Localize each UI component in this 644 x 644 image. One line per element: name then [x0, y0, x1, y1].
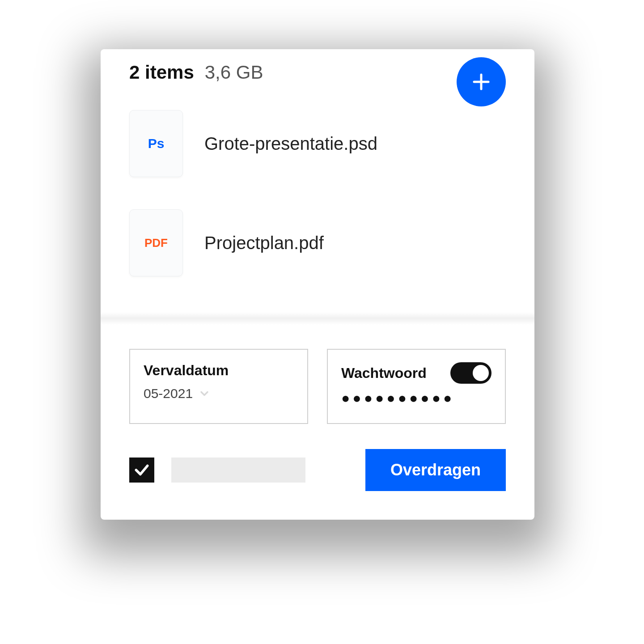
expiry-value: 05-2021	[144, 386, 193, 401]
file-name: Grote-presentatie.psd	[204, 134, 377, 154]
check-icon	[133, 462, 150, 479]
password-masked-value: ●●●●●●●●●●	[341, 391, 454, 405]
panel-header: 2 items 3,6 GB	[101, 49, 534, 83]
placeholder-bar	[171, 458, 305, 483]
total-size: 3,6 GB	[205, 62, 263, 83]
section-divider	[101, 312, 534, 325]
password-label: Wachtwoord	[341, 365, 427, 381]
expiry-label: Vervaldatum	[144, 362, 229, 379]
file-row[interactable]: PDF Projectplan.pdf	[129, 209, 506, 276]
password-toggle[interactable]	[450, 362, 491, 384]
pdf-icon: PDF	[144, 236, 168, 250]
file-row[interactable]: Ps Grote-presentatie.psd	[129, 110, 506, 177]
toggle-knob	[473, 365, 489, 381]
plus-icon	[470, 71, 492, 93]
file-name: Projectplan.pdf	[204, 233, 324, 253]
add-button[interactable]	[457, 57, 506, 106]
transfer-panel: 2 items 3,6 GB Ps Grote-presentatie.psd …	[101, 49, 534, 520]
expiry-option-box[interactable]: Vervaldatum 05-2021	[129, 349, 308, 424]
transfer-button[interactable]: Overdragen	[365, 449, 506, 491]
file-list: Ps Grote-presentatie.psd PDF Projectplan…	[101, 83, 534, 312]
options-row: Vervaldatum 05-2021 Wachtwoord ●●●●●●●●●…	[101, 325, 534, 424]
item-count: 2 items	[129, 62, 194, 83]
file-icon-pdf: PDF	[129, 209, 183, 276]
file-icon-psd: Ps	[129, 110, 183, 177]
chevron-down-icon	[198, 387, 211, 400]
password-option-box[interactable]: Wachtwoord ●●●●●●●●●●	[327, 349, 506, 424]
confirm-checkbox[interactable]	[129, 458, 154, 483]
photoshop-icon: Ps	[148, 136, 165, 151]
footer-row: Overdragen	[101, 424, 534, 520]
